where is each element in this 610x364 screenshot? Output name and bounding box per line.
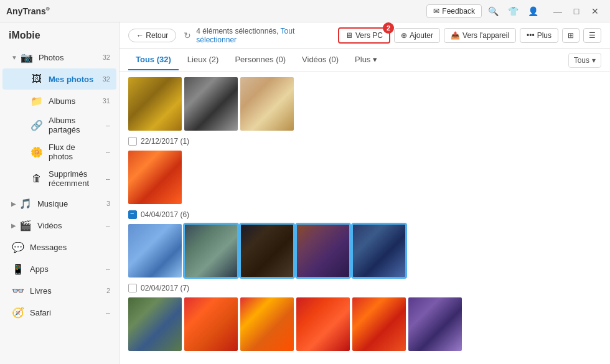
tabs-bar: Tous (32) Lieux (2) Personnes (0) Vidéos… <box>120 49 610 72</box>
chevron-down-icon: ▾ <box>592 56 596 65</box>
albums-count: 31 <box>98 97 110 105</box>
top-photos-row <box>128 77 601 131</box>
sidebar-item-mes-photos[interactable]: 🖼 Mes photos 32 <box>2 68 116 90</box>
list-icon: ☰ <box>589 31 596 40</box>
window-controls: — □ ✕ <box>549 4 604 18</box>
date-section-1: 22/12/2017 (1) <box>128 136 601 204</box>
grid-view-button[interactable]: ⊞ <box>562 28 580 43</box>
sidebar-item-photos[interactable]: ▼ 📷 Photos 32 <box>2 47 116 68</box>
photo-thumb[interactable] <box>184 297 238 351</box>
photo-thumb-selected[interactable] <box>184 224 238 278</box>
photos-label: Photos <box>39 53 98 62</box>
date-checkbox-3[interactable] <box>128 284 137 292</box>
tab-lieux[interactable]: Lieux (2) <box>180 50 227 70</box>
sidebar-brand: iMobie <box>0 22 119 46</box>
date-label-2: 04/04/2017 (6) <box>141 210 189 219</box>
shirt-icon-button[interactable]: 👕 <box>504 4 522 18</box>
search-button[interactable]: 🔍 <box>484 4 502 18</box>
flux-icon: 🌼 <box>30 145 44 159</box>
maximize-button[interactable]: □ <box>568 4 585 18</box>
vers-appareil-button[interactable]: 📤 Vers l'appareil <box>444 28 516 43</box>
refresh-button[interactable]: ↻ <box>184 30 191 40</box>
date-header-3: 02/04/2017 (7) <box>128 282 601 294</box>
list-view-button[interactable]: ☰ <box>583 28 601 43</box>
close-button[interactable]: ✕ <box>586 4 604 18</box>
albums-label: Albums <box>49 96 98 106</box>
mail-icon: ✉ <box>433 7 439 16</box>
sidebar-item-apps[interactable]: 📱 Apps -- <box>2 258 116 279</box>
sidebar-item-messages[interactable]: 💬 Messages <box>2 236 116 258</box>
mes-photos-label: Mes photos <box>49 75 98 84</box>
tab-plus[interactable]: Plus ▾ <box>347 50 385 70</box>
messages-label: Messages <box>30 243 110 252</box>
app-title: AnyTrans® <box>6 6 50 16</box>
photos-icon: 📷 <box>20 50 34 64</box>
albums-partages-count: -- <box>98 121 110 129</box>
sidebar-item-safari[interactable]: 🧭 Safari -- <box>2 302 116 323</box>
titlebar-right: ✉ Feedback 🔍 👕 👤 — □ ✕ <box>426 4 604 18</box>
account-button[interactable]: 👤 <box>524 4 542 18</box>
sidebar-item-supprimes[interactable]: 🗑 Supprimés récemment -- <box>2 166 116 192</box>
supprimes-icon: 🗑 <box>30 172 44 185</box>
livres-icon: 👓 <box>11 284 25 297</box>
photo-thumb[interactable] <box>296 297 350 351</box>
photo-thumb[interactable] <box>240 297 294 351</box>
flux-count: -- <box>98 148 110 156</box>
photo-thumb-selected[interactable] <box>240 224 294 278</box>
photo-thumb[interactable] <box>408 297 462 351</box>
sidebar-item-videos[interactable]: ▶ 🎬 Vidéos -- <box>2 215 116 236</box>
sidebar-item-musique[interactable]: ▶ 🎵 Musique 3 <box>2 193 116 214</box>
videos-icon: 🎬 <box>19 218 32 232</box>
apps-count: -- <box>98 265 110 273</box>
sidebar-section-photos: ▼ 📷 Photos 32 🖼 Mes photos 32 📁 Albums 3… <box>0 47 119 192</box>
date-checkbox-1[interactable] <box>128 137 137 146</box>
safari-label: Safari <box>30 308 98 317</box>
sidebar-item-albums[interactable]: 📁 Albums 31 <box>2 90 116 111</box>
titlebar-left: AnyTrans® <box>6 6 50 16</box>
date-section-3: 02/04/2017 (7) <box>128 282 601 351</box>
plus-button[interactable]: ••• Plus <box>520 28 558 43</box>
livres-count: 2 <box>98 287 110 294</box>
feedback-button[interactable]: ✉ Feedback <box>426 4 482 18</box>
mes-photos-count: 32 <box>98 75 110 83</box>
photo-thumb-selected[interactable] <box>296 224 350 278</box>
photo-area: 22/12/2017 (1) 04/04/2017 (6) <box>120 72 610 364</box>
tab-personnes[interactable]: Personnes (0) <box>227 50 293 70</box>
albums-partages-icon: 🔗 <box>30 118 44 132</box>
videos-count: -- <box>98 222 110 229</box>
date-checkbox-2[interactable] <box>128 210 137 219</box>
musique-count: 3 <box>98 200 110 207</box>
apps-label: Apps <box>30 264 98 274</box>
albums-partages-label: Albums partagés <box>49 116 98 134</box>
photo-thumb-selected[interactable] <box>352 224 406 278</box>
ajouter-button[interactable]: ⊕ Ajouter <box>394 28 440 43</box>
photo-thumb[interactable] <box>128 224 182 278</box>
toolbar-actions: 🖥 Vers PC 2 ⊕ Ajouter 📤 Vers l'appareil … <box>338 27 601 44</box>
photo-thumb[interactable] <box>128 297 182 351</box>
tab-videos[interactable]: Vidéos (0) <box>294 50 346 70</box>
photo-thumb[interactable] <box>184 77 238 131</box>
selection-info: 4 éléments sélectionnés, Tout sélectionn… <box>196 27 333 44</box>
photo-thumb[interactable] <box>240 77 294 131</box>
sidebar-item-albums-partages[interactable]: 🔗 Albums partagés -- <box>2 112 116 138</box>
sidebar: iMobie ▼ 📷 Photos 32 🖼 Mes photos 32 📁 A… <box>0 22 120 364</box>
expand-arrow-photos: ▼ <box>11 54 17 61</box>
sidebar-item-flux[interactable]: 🌼 Flux de photos -- <box>2 139 116 165</box>
sidebar-item-livres[interactable]: 👓 Livres 2 <box>2 280 116 301</box>
photo-thumb[interactable] <box>128 77 182 131</box>
ellipsis-icon: ••• <box>527 31 535 40</box>
photo-thumb[interactable] <box>352 297 406 351</box>
back-button[interactable]: ← Retour <box>128 29 176 42</box>
vers-pc-button[interactable]: 🖥 Vers PC 2 <box>338 27 390 44</box>
photo-thumb[interactable] <box>128 151 182 204</box>
filter-dropdown[interactable]: Tous ▾ <box>568 53 601 68</box>
tab-tous[interactable]: Tous (32) <box>128 50 179 70</box>
minimize-button[interactable]: — <box>549 4 566 18</box>
videos-label: Vidéos <box>37 221 98 230</box>
date-label-3: 02/04/2017 (7) <box>141 284 189 292</box>
apps-icon: 📱 <box>11 262 25 276</box>
flux-label: Flux de photos <box>49 142 98 161</box>
supprimes-label: Supprimés récemment <box>49 169 98 188</box>
messages-icon: 💬 <box>11 240 25 254</box>
photo-row-1 <box>128 151 601 204</box>
